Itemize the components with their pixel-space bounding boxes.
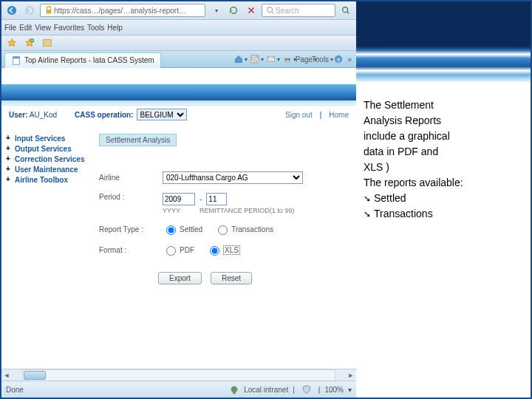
search-go[interactable]: [338, 3, 353, 18]
magnifier-icon: [341, 5, 351, 16]
svg-rect-2: [47, 10, 52, 13]
forward-button[interactable]: [22, 3, 37, 18]
radio-settled[interactable]: Settled: [163, 223, 202, 235]
shield-icon: [301, 384, 312, 395]
menu-view[interactable]: View: [35, 24, 51, 32]
status-zoom: 100%: [324, 386, 344, 394]
desc-line: XLS ): [364, 160, 519, 175]
expand-icon[interactable]: +: [6, 154, 12, 163]
signout-link[interactable]: Sign out: [285, 111, 313, 119]
menu-favorites[interactable]: Favorites: [54, 24, 84, 32]
menu-file[interactable]: File: [4, 24, 16, 32]
home-button[interactable]: [233, 52, 248, 66]
refresh-button[interactable]: [226, 3, 241, 18]
desc-line: Analysis Reports: [364, 113, 519, 129]
svg-point-14: [252, 61, 253, 62]
nav-user-maintenance[interactable]: User Maintenance: [15, 165, 78, 175]
svg-rect-13: [250, 55, 259, 64]
reset-button[interactable]: Reset: [211, 272, 252, 284]
address-text: https://cass…/pages/…analysis-report…: [54, 7, 186, 15]
scroll-left-arrow[interactable]: ◄: [1, 372, 12, 379]
zoom-dropdown[interactable]: ▾: [348, 386, 352, 394]
user-row: User: AU_Kod CASS operation: BELGIUM Sig…: [1, 106, 356, 123]
period-year-hint: YYYY: [163, 207, 195, 214]
browser-window: https://cass…/pages/…analysis-report… Se…: [1, 1, 356, 398]
menu-edit[interactable]: Edit: [19, 24, 32, 32]
add-favorite-icon[interactable]: [22, 35, 37, 50]
radio-transactions[interactable]: Transactions: [214, 223, 273, 235]
header-stripe: [1, 84, 356, 100]
period-dash: -: [200, 195, 202, 203]
svg-marker-7: [8, 39, 16, 47]
slide-description: The Settlement Analysis Reports include …: [364, 98, 519, 222]
help-button[interactable]: ?: [331, 52, 346, 66]
svg-rect-12: [13, 56, 20, 58]
airline-label: Airline: [99, 174, 158, 182]
user-value: AU_Kod: [30, 111, 57, 119]
svg-point-5: [343, 7, 348, 13]
browser-tab[interactable]: Top Airline Reports - Iata CASS System: [4, 52, 161, 68]
radio-pdf[interactable]: PDF: [163, 244, 194, 256]
stop-button[interactable]: [244, 3, 259, 18]
menu-help[interactable]: Help: [107, 24, 123, 32]
intranet-icon: [229, 384, 239, 395]
nav-output-services[interactable]: Output Services: [15, 144, 72, 154]
cass-operation-select[interactable]: BELGIUM: [137, 109, 187, 120]
expand-icon[interactable]: +: [6, 134, 12, 142]
radio-transactions-input[interactable]: [218, 225, 228, 235]
tab-bar: Top Airline Reports - Iata CASS System P…: [1, 51, 356, 68]
svg-rect-18: [286, 61, 290, 62]
favorites-bar: [1, 35, 356, 51]
horizontal-scrollbar[interactable]: ◄ ►: [1, 369, 356, 381]
nav-airline-toolbox[interactable]: Airline Toolbox: [15, 175, 68, 185]
scroll-thumb[interactable]: [24, 371, 46, 380]
expand-icon[interactable]: +: [6, 144, 12, 152]
mail-button[interactable]: [266, 52, 281, 66]
scroll-right-arrow[interactable]: ►: [346, 372, 356, 379]
favorites-star-icon[interactable]: [4, 35, 19, 50]
export-button[interactable]: Export: [158, 272, 202, 284]
tools-menu[interactable]: Tools: [315, 52, 330, 66]
desc-line: The Settlement: [364, 98, 519, 113]
menu-tools[interactable]: Tools: [87, 24, 104, 32]
radio-settled-input[interactable]: [166, 225, 176, 235]
address-dropdown[interactable]: [208, 3, 223, 18]
desc-bullet-settled: Settled: [364, 191, 519, 206]
protected-mode-icon[interactable]: [299, 382, 314, 397]
address-bar[interactable]: https://cass…/pages/…analysis-report…: [40, 4, 205, 17]
feeds-button[interactable]: [250, 52, 265, 66]
scroll-track[interactable]: [22, 369, 335, 381]
address-bar-row: https://cass…/pages/…analysis-report… Se…: [1, 1, 356, 20]
svg-line-4: [272, 12, 274, 14]
search-box[interactable]: Search: [262, 4, 335, 17]
status-bar: Done Local intranet | | 100% ▾: [1, 381, 356, 398]
status-done: Done: [6, 386, 24, 394]
period-year-input[interactable]: [163, 193, 195, 205]
airline-select[interactable]: 020-Lufthansa Cargo AG: [163, 171, 303, 184]
page-icon: [11, 55, 21, 66]
desc-line: The reports available:: [364, 175, 519, 191]
main-panel: Settlement Analysis Airline 020-Lufthans…: [96, 123, 356, 381]
page-content: User: AU_Kod CASS operation: BELGIUM Sig…: [1, 84, 356, 381]
expand-icon[interactable]: +: [6, 165, 12, 173]
nav-input-services[interactable]: Input Services: [15, 134, 65, 144]
period-label: Period :: [99, 193, 158, 201]
menu-bar: File Edit View Favorites Tools Help: [1, 20, 356, 35]
lock-icon: [44, 5, 54, 16]
slide-banner-stripes: [356, 1, 531, 83]
radio-xls-input[interactable]: [210, 246, 219, 256]
period-number-input[interactable]: [206, 193, 227, 205]
help-icon: ?: [333, 54, 344, 64]
nav-correction-services[interactable]: Correction Services: [15, 154, 85, 165]
format-label: Format :: [99, 246, 158, 254]
back-button[interactable]: [4, 3, 19, 18]
home-link[interactable]: Home: [329, 111, 349, 119]
period-num-hint: REMITTANCE PERIOD(1 to 99): [200, 207, 294, 214]
section-title: Settlement Analysis: [99, 134, 177, 146]
radio-pdf-input[interactable]: [166, 246, 176, 256]
fav-item-icon[interactable]: [40, 35, 55, 50]
expand-icon[interactable]: +: [6, 175, 12, 183]
desc-line: include a graphical: [364, 129, 519, 144]
rss-icon: [250, 54, 259, 64]
radio-xls[interactable]: XLS: [206, 244, 240, 256]
